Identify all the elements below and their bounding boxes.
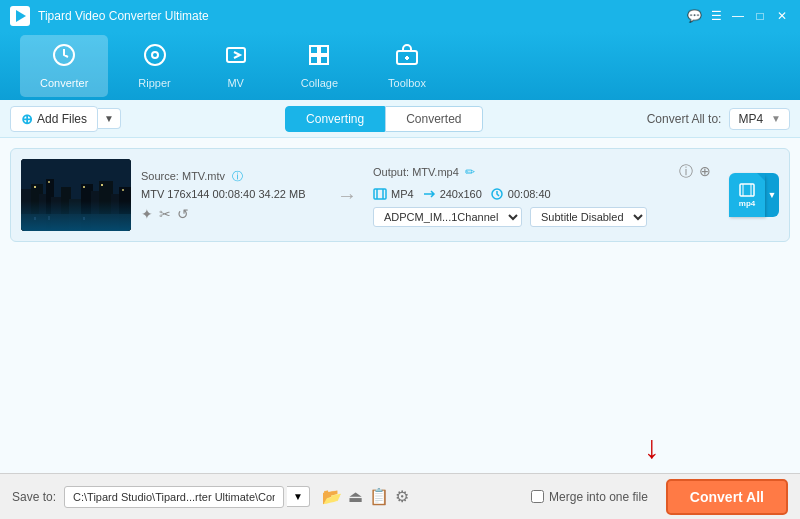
folder-open-icon[interactable]: 📂 <box>322 487 342 506</box>
toolbox-icon <box>395 43 419 73</box>
output-section: Output: MTV.mp4 ✏ ⓘ ⊕ MP4 <box>373 163 711 227</box>
svg-point-2 <box>145 45 165 65</box>
output-row2: ADPCM_IM...1Channel Subtitle Disabled <box>373 207 711 227</box>
effects-icon[interactable]: ✦ <box>141 206 153 222</box>
rotate-icon[interactable]: ↺ <box>177 206 189 222</box>
svg-rect-33 <box>48 216 50 220</box>
cut-icon[interactable]: ✂ <box>159 206 171 222</box>
app-title: Tipard Video Converter Ultimate <box>38 9 686 23</box>
output-header: Output: MTV.mp4 ✏ ⓘ ⊕ <box>373 163 711 181</box>
svg-rect-34 <box>83 217 85 220</box>
output-add-icon[interactable]: ⊕ <box>699 163 711 181</box>
duration-param: 00:08:40 <box>490 187 551 201</box>
format-dropdown-arrow: ▼ <box>771 113 781 124</box>
nav-mv-label: MV <box>227 77 244 89</box>
status-bar: Save to: ▼ 📂 ⏏ 📋 ⚙ Merge into one file C… <box>0 473 800 519</box>
output-label: Output: MTV.mp4 <box>373 166 459 178</box>
format-param: MP4 <box>373 187 414 201</box>
format-value: MP4 <box>391 188 414 200</box>
minimize-button[interactable]: — <box>730 8 746 24</box>
svg-rect-31 <box>122 189 124 191</box>
chat-button[interactable]: 💬 <box>686 8 702 24</box>
menu-button[interactable]: ☰ <box>708 8 724 24</box>
badge-format-label: mp4 <box>739 199 755 208</box>
source-info-icon[interactable]: ⓘ <box>232 170 243 182</box>
save-path-dropdown[interactable]: ▼ <box>287 486 310 507</box>
output-info-icons: ⓘ ⊕ <box>679 163 711 181</box>
svg-rect-28 <box>48 181 50 183</box>
tab-group: Converting Converted <box>129 106 639 132</box>
svg-rect-5 <box>310 46 318 54</box>
film-icon <box>373 187 387 201</box>
save-to-label: Save to: <box>12 490 56 504</box>
video-thumbnail <box>21 159 131 231</box>
svg-rect-8 <box>320 56 328 64</box>
title-bar: Tipard Video Converter Ultimate 💬 ☰ — □ … <box>0 0 800 32</box>
svg-rect-27 <box>34 186 36 188</box>
svg-rect-26 <box>21 214 131 231</box>
output-info-icon[interactable]: ⓘ <box>679 163 693 181</box>
svg-rect-19 <box>61 187 71 231</box>
svg-rect-35 <box>374 189 386 199</box>
file-item: Source: MTV.mtv ⓘ MTV 176x144 00:08:40 3… <box>10 148 790 242</box>
resolution-param: 240x160 <box>422 187 482 201</box>
film-badge-icon <box>739 183 755 197</box>
nav-converter-label: Converter <box>40 77 88 89</box>
toolbar: ⊕ Add Files ▼ Converting Converted Conve… <box>0 100 800 138</box>
file-source: Source: MTV.mtv ⓘ <box>141 169 321 184</box>
svg-rect-20 <box>69 199 84 231</box>
format-badge-dropdown[interactable]: ▼ <box>765 173 779 217</box>
svg-rect-32 <box>34 217 36 220</box>
file-info: MTV 176x144 00:08:40 34.22 MB <box>141 188 321 200</box>
merge-label: Merge into one file <box>531 490 648 504</box>
merge-checkbox[interactable] <box>531 490 544 503</box>
nav-toolbox-label: Toolbox <box>388 77 426 89</box>
file-meta: Source: MTV.mtv ⓘ MTV 176x144 00:08:40 3… <box>141 169 321 222</box>
main-content: Source: MTV.mtv ⓘ MTV 176x144 00:08:40 3… <box>0 138 800 473</box>
add-files-dropdown[interactable]: ▼ <box>98 108 121 129</box>
output-edit-icon[interactable]: ✏ <box>465 165 475 179</box>
format-selector[interactable]: MP4 ▼ <box>729 108 790 130</box>
resolution-value: 240x160 <box>440 188 482 200</box>
resolution-icon <box>422 187 436 201</box>
nav-mv[interactable]: MV <box>201 35 271 97</box>
copy-icon[interactable]: 📋 <box>369 487 389 506</box>
convert-all-button[interactable]: Convert All <box>666 479 788 515</box>
window-controls: 💬 ☰ — □ ✕ <box>686 8 790 24</box>
svg-rect-29 <box>83 186 85 188</box>
svg-rect-4 <box>227 48 245 62</box>
svg-rect-15 <box>31 184 43 231</box>
selected-format: MP4 <box>738 112 763 126</box>
nav-converter[interactable]: Converter <box>20 35 108 97</box>
nav-collage[interactable]: Collage <box>281 35 358 97</box>
file-actions: ✦ ✂ ↺ <box>141 206 321 222</box>
format-badge: mp4 <box>729 173 765 217</box>
nav-ripper[interactable]: Ripper <box>118 35 190 97</box>
merge-text: Merge into one file <box>549 490 648 504</box>
tab-converting[interactable]: Converting <box>285 106 385 132</box>
audio-select[interactable]: ADPCM_IM...1Channel <box>373 207 522 227</box>
nav-toolbox[interactable]: Toolbox <box>368 35 446 97</box>
svg-rect-25 <box>119 187 131 231</box>
settings-icon[interactable]: ⚙ <box>395 487 409 506</box>
subtitle-select[interactable]: Subtitle Disabled <box>530 207 647 227</box>
save-path-input[interactable] <box>64 486 284 508</box>
convert-all-to-label: Convert All to: <box>647 112 722 126</box>
eject-icon[interactable]: ⏏ <box>348 487 363 506</box>
svg-rect-17 <box>46 179 54 231</box>
svg-rect-23 <box>99 181 113 231</box>
ripper-icon <box>143 43 167 73</box>
status-icons: 📂 ⏏ 📋 ⚙ <box>322 487 409 506</box>
output-params: MP4 240x160 00:08:40 <box>373 187 711 201</box>
duration-icon <box>490 187 504 201</box>
svg-rect-7 <box>310 56 318 64</box>
svg-rect-39 <box>740 184 754 196</box>
svg-rect-18 <box>51 197 63 231</box>
add-files-button[interactable]: ⊕ Add Files <box>10 106 98 132</box>
mv-icon <box>224 43 248 73</box>
close-button[interactable]: ✕ <box>774 8 790 24</box>
maximize-button[interactable]: □ <box>752 8 768 24</box>
nav-bar: Converter Ripper MV <box>0 32 800 100</box>
format-badge-group: mp4 ▼ <box>729 173 779 217</box>
tab-converted[interactable]: Converted <box>385 106 482 132</box>
